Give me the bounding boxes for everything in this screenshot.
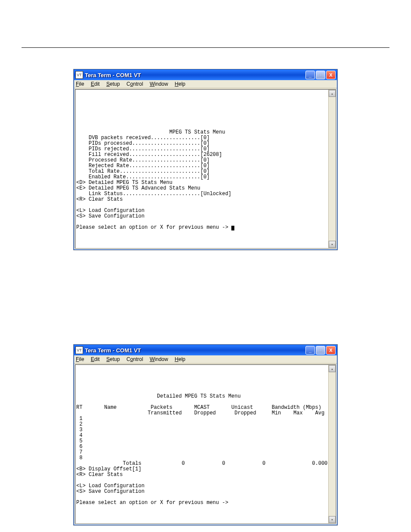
window-title: Tera Term - COM1 VT — [85, 347, 305, 354]
menubar[interactable]: File Edit Setup Control Window Help — [74, 80, 337, 88]
scrollbar[interactable]: ▴ ▾ — [328, 90, 336, 248]
menu-setup[interactable]: Setup — [106, 356, 120, 362]
maximize-button[interactable]: □ — [316, 346, 325, 355]
scroll-track[interactable] — [329, 97, 336, 240]
menu-edit[interactable]: Edit — [91, 356, 100, 362]
menu-help[interactable]: Help — [175, 356, 186, 362]
menu-file[interactable]: File — [76, 356, 84, 362]
scroll-down-button[interactable]: ▾ — [329, 241, 336, 248]
scroll-down-button[interactable]: ▾ — [329, 516, 336, 523]
terminal-area[interactable]: Detailed MPEG TS Stats Menu RT Name Pack… — [75, 364, 336, 524]
menu-control[interactable]: Control — [126, 81, 143, 87]
cursor — [231, 226, 234, 230]
window-title: Tera Term - COM1 VT — [85, 72, 305, 78]
minimize-button[interactable]: _ — [305, 71, 315, 79]
app-icon: VT — [75, 71, 83, 79]
app-icon: VT — [75, 346, 83, 354]
terminal-area[interactable]: MPEG TS Stats Menu DVB packets received.… — [75, 89, 336, 249]
scroll-up-button[interactable]: ▴ — [329, 90, 336, 97]
scroll-track[interactable] — [329, 373, 336, 516]
menu-window[interactable]: Window — [150, 81, 168, 87]
menu-file[interactable]: File — [76, 81, 84, 87]
titlebar[interactable]: VT Tera Term - COM1 VT _ □ X — [74, 345, 337, 355]
scrollbar[interactable]: ▴ ▾ — [328, 365, 336, 523]
maximize-button[interactable]: □ — [316, 71, 325, 79]
menu-help[interactable]: Help — [175, 81, 186, 87]
menu-setup[interactable]: Setup — [106, 81, 120, 87]
prompt-line: Please select an option or X for previou… — [76, 224, 231, 230]
terminal-window-2: VT Tera Term - COM1 VT _ □ X File Edit S… — [74, 345, 337, 525]
menu-control[interactable]: Control — [126, 356, 143, 362]
close-button[interactable]: X — [326, 346, 336, 355]
menu-window[interactable]: Window — [150, 356, 168, 362]
minimize-button[interactable]: _ — [305, 346, 315, 355]
menu-edit[interactable]: Edit — [91, 81, 100, 87]
scroll-up-button[interactable]: ▴ — [329, 365, 336, 372]
menubar[interactable]: File Edit Setup Control Window Help — [74, 355, 337, 364]
close-button[interactable]: X — [326, 71, 336, 79]
titlebar[interactable]: VT Tera Term - COM1 VT _ □ X — [74, 70, 337, 80]
top-rule — [22, 47, 389, 48]
terminal-window-1: VT Tera Term - COM1 VT _ □ X File Edit S… — [74, 69, 337, 250]
